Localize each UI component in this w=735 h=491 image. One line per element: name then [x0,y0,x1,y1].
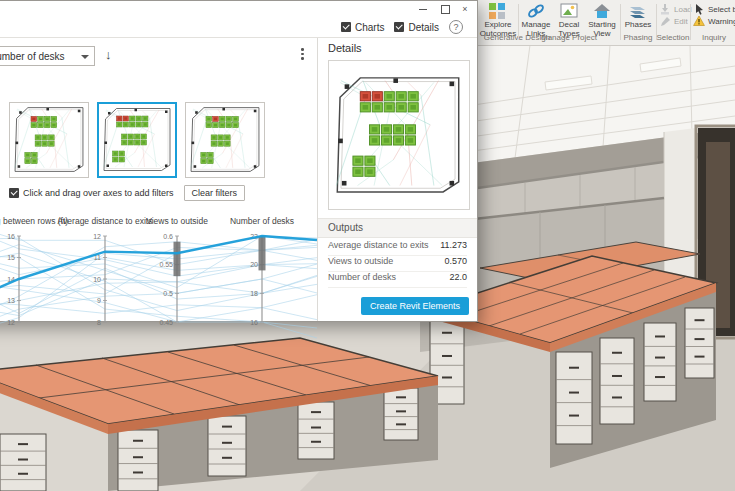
select-by-id-button[interactable]: Select by ID [693,3,735,15]
svg-text:15: 15 [7,254,15,261]
generative-design-dialog: × Charts Details ? Number of desks ↓ [0,0,478,322]
minimize-button[interactable] [413,2,433,16]
view-toggles: Charts Details ? [341,20,463,34]
outcome-thumbnail-3[interactable] [185,102,265,178]
starting-view-icon [591,2,613,20]
warnings-label: Warnings [708,17,735,26]
svg-text:Number of desks: Number of desks [230,216,294,226]
details-toggle[interactable]: Details [394,22,439,33]
phases-label: Phases [625,20,652,29]
chevron-down-icon [81,55,89,59]
ribbon-group-label-selection: Selection [652,33,694,42]
charts-toggle[interactable]: Charts [341,22,384,33]
load-button[interactable]: Load [659,3,689,15]
svg-text:9: 9 [97,297,101,304]
details-title: Details [328,42,362,54]
manage-links-icon [525,2,547,20]
output-value: 11.273 [440,240,467,250]
checkbox-checked-icon [341,22,351,32]
svg-text:16: 16 [7,233,15,240]
svg-text:8: 8 [97,319,101,326]
charts-pane: Number of desks ↓ Click and drag over ax… [0,38,317,321]
select-by-id-label: Select by ID [708,5,735,14]
outputs-header: Outputs [318,218,477,238]
svg-text:16: 16 [250,319,258,326]
filter-row: Click and drag over axes to add filters … [9,185,245,201]
svg-text:10: 10 [93,276,101,283]
ribbon-group-label-manage-project: Manage Project [520,33,618,42]
svg-text:18: 18 [250,290,258,297]
details-toggle-label: Details [408,22,439,33]
selected-outcome-plan [328,60,470,210]
svg-text:12: 12 [93,233,101,240]
outcome-metric-value: Number of desks [0,51,65,62]
help-icon[interactable]: ? [449,20,463,34]
more-options-icon[interactable] [301,48,304,60]
ribbon-separator [690,4,691,40]
output-row: Average distance to exits 11.273 [328,240,467,256]
svg-text:0.45: 0.45 [159,319,173,326]
svg-text:13: 13 [7,297,15,304]
maximize-button[interactable] [435,2,455,16]
edit-label: Edit [674,17,688,26]
checkbox-checked-icon [394,22,404,32]
svg-text:Average distance to exits: Average distance to exits [58,216,153,226]
load-icon [659,3,671,15]
details-pane: Details Outputs Average distance to exit… [317,38,477,321]
create-revit-elements-button[interactable]: Create Revit Elements [361,297,469,315]
phases-button[interactable]: Phases [622,2,654,30]
svg-text:0.55: 0.55 [159,261,173,268]
phases-icon [627,2,649,20]
ribbon-separator [518,4,519,40]
filter-hint-label: Click and drag over axes to add filters [23,188,174,198]
close-button[interactable]: × [455,2,475,16]
outcome-thumbnail-1[interactable] [9,102,89,178]
outcome-metric-dropdown[interactable]: Number of desks [0,46,95,66]
parallel-coordinates-chart[interactable]: Spacing between rows (ft)1615141312Avera… [0,204,317,360]
dialog-titlebar: × [0,1,477,17]
output-label: Views to outside [328,256,393,266]
ribbon-group-label-phasing: Phasing [622,33,654,42]
ribbon-separator [620,4,621,40]
output-label: Average distance to exits [328,240,428,250]
checkbox-checked-icon [9,188,19,198]
svg-text:Views to outside: Views to outside [146,216,208,226]
ribbon-group-label-inquiry: Inquiry [693,33,735,42]
clear-filters-button[interactable]: Clear filters [184,185,246,201]
warning-icon [693,15,705,27]
output-row: Views to outside 0.570 [328,256,467,272]
select-by-id-icon [693,3,705,15]
output-row: Number of desks 22.0 [328,272,467,288]
svg-text:12: 12 [7,319,15,326]
svg-text:20: 20 [250,261,258,268]
charts-toggle-label: Charts [355,22,384,33]
edit-icon [659,15,671,27]
edit-button[interactable]: Edit [659,15,689,27]
warnings-button[interactable]: Warnings [693,15,735,27]
filter-checkbox[interactable] [9,188,23,199]
output-value: 0.570 [444,256,467,266]
sort-direction-button[interactable]: ↓ [105,47,112,62]
output-value: 22.0 [449,272,467,282]
outcome-thumbnail-2-selected[interactable] [97,102,177,178]
svg-text:0.6: 0.6 [163,233,173,240]
decal-types-icon [558,2,580,20]
svg-text:0.5: 0.5 [163,290,173,297]
explore-outcomes-icon [487,2,509,20]
output-label: Number of desks [328,272,396,282]
